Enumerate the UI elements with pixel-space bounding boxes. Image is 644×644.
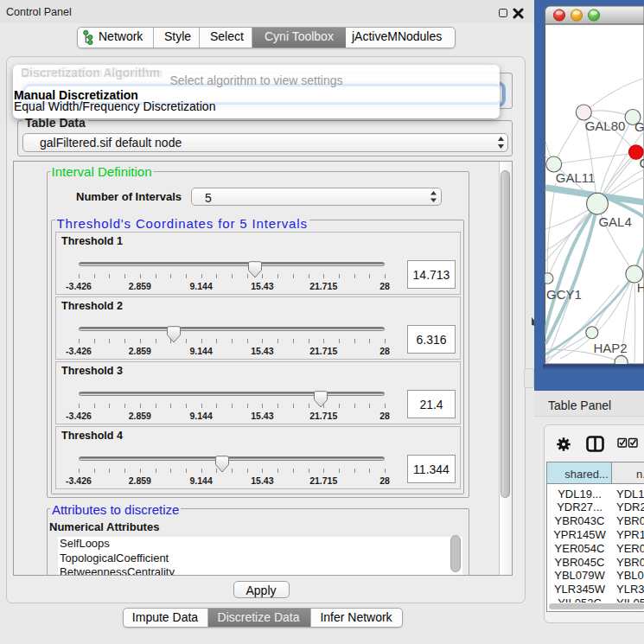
svg-text:H: H: [637, 280, 644, 295]
svg-text:GAL80: GAL80: [585, 118, 626, 133]
svg-text:GCY1: GCY1: [546, 287, 582, 302]
svg-text:G.: G.: [634, 119, 644, 134]
svg-text:C: C: [640, 156, 644, 170]
svg-text:GAL11: GAL11: [556, 170, 596, 185]
svg-text:HAP2: HAP2: [593, 341, 627, 355]
svg-text:GAL4: GAL4: [598, 214, 631, 229]
